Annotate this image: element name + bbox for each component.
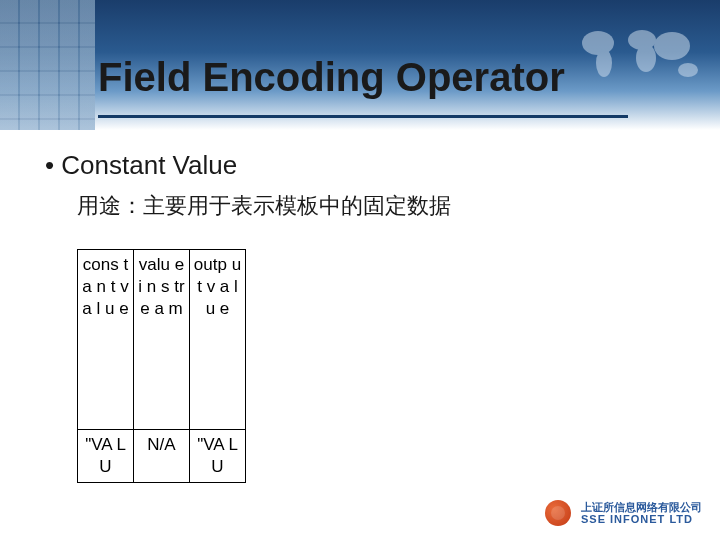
table-row: cons t a n t v a l u e valu e i n s tr e… (78, 250, 246, 430)
bullet-constant-value: • Constant Value (45, 150, 675, 181)
svg-point-3 (636, 44, 656, 72)
svg-point-0 (582, 31, 614, 55)
building-decor (0, 0, 95, 130)
svg-point-5 (678, 63, 698, 77)
cell-output-value-data: "VA L U (190, 430, 246, 483)
footer-company-en: SSE INFONET LTD (581, 513, 702, 525)
table-row: "VA L U N/A "VA L U (78, 430, 246, 483)
cell-value-in-stream-header: valu e i n s tr e a m (134, 250, 190, 430)
encoding-table: cons t a n t v a l u e valu e i n s tr e… (77, 249, 246, 483)
content-area: • Constant Value 用途：主要用于表示模板中的固定数据 cons … (45, 150, 675, 483)
cell-constant-value-header: cons t a n t v a l u e (78, 250, 134, 430)
usage-text: 用途：主要用于表示模板中的固定数据 (77, 191, 675, 221)
footer-text: 上证所信息网络有限公司 SSE INFONET LTD (581, 501, 702, 525)
slide-title: Field Encoding Operator (98, 55, 565, 100)
cell-output-value-header: outp u t v a l u e (190, 250, 246, 430)
cell-value-in-stream-data: N/A (134, 430, 190, 483)
sse-logo-icon (545, 500, 571, 526)
footer: 上证所信息网络有限公司 SSE INFONET LTD (545, 500, 702, 526)
cell-constant-value-data: "VA L U (78, 430, 134, 483)
title-underline (98, 115, 628, 118)
world-map-decor (570, 18, 710, 88)
footer-company-cn: 上证所信息网络有限公司 (581, 501, 702, 513)
svg-point-1 (596, 49, 612, 77)
svg-point-4 (654, 32, 690, 60)
